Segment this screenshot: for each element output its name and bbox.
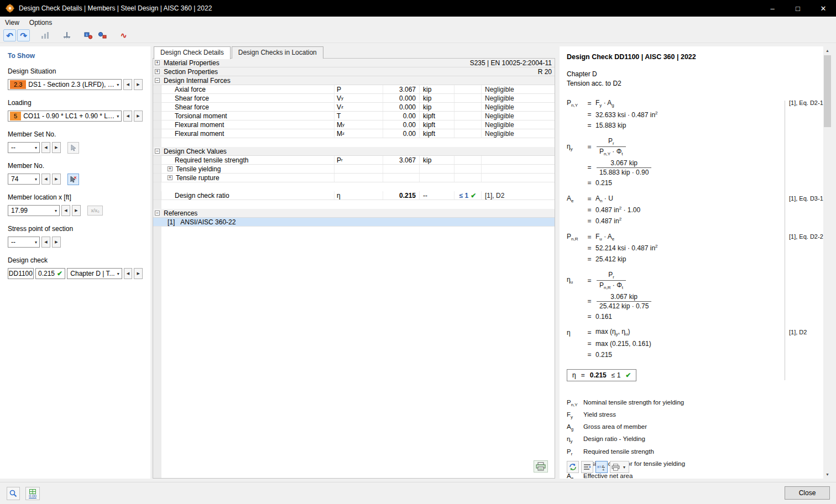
design-situation-prev-button[interactable]: ◀: [123, 79, 132, 90]
scroll-down-button[interactable]: ▼: [823, 470, 832, 479]
tab-design-checks-in-location[interactable]: Design Checks in Location: [232, 46, 323, 59]
member-location-next-button[interactable]: ▶: [72, 205, 81, 216]
menu-view[interactable]: View: [0, 18, 24, 28]
close-button[interactable]: Close: [785, 486, 830, 500]
loading-select[interactable]: 5 CO11 - 0.90 * LC1 + 0.90 * LC... ▾: [8, 111, 122, 122]
design-check-code: DD1100: [8, 268, 34, 279]
expand-icon[interactable]: +: [168, 175, 173, 180]
result-values-icon: 1: [84, 32, 93, 39]
table-group-row[interactable]: −References: [153, 209, 555, 218]
loading-group: Loading 5 CO11 - 0.90 * LC1 + 0.90 * LC.…: [8, 99, 143, 122]
member-location-select[interactable]: 17.99 ▾: [8, 205, 60, 216]
member-location-prev-button[interactable]: ◀: [61, 205, 70, 216]
result-value: 0.215: [590, 371, 607, 379]
stress-point-next-button[interactable]: ▶: [52, 237, 61, 248]
collapse-icon[interactable]: −: [155, 149, 160, 154]
chevron-down-icon[interactable]: ▾: [53, 208, 59, 213]
member-set-prev-button[interactable]: ◀: [41, 142, 50, 153]
collapse-icon[interactable]: −: [155, 78, 160, 83]
design-situation-select[interactable]: 2.3 DS1 - Section 2.3 (LRFD), 1. t... ▾: [8, 79, 122, 90]
member-no-select[interactable]: 74 ▾: [8, 174, 40, 185]
table-row[interactable]: +Tensile yielding: [153, 165, 555, 174]
formula-block: Ae=An · U=0.487 in2 · 1.00=0.487 in2[1],…: [567, 194, 821, 226]
maximize-button[interactable]: □: [785, 0, 811, 17]
member-no-value: 74: [9, 175, 33, 183]
loading-next-button[interactable]: ▶: [134, 111, 143, 122]
stress-point-prev-button[interactable]: ◀: [41, 237, 50, 248]
reference-row[interactable]: [1]ANSI/AISC 360-22: [153, 218, 555, 227]
svg-text:z: z: [602, 464, 604, 468]
formula-block: Pn,R=Fu · Ae=52.214 ksi · 0.487 in2=25.4…: [567, 232, 821, 264]
menu-options[interactable]: Options: [24, 18, 57, 28]
undo-button[interactable]: ↶: [3, 29, 16, 41]
table-row[interactable]: Shear forceVy0.000kipNegligible: [153, 94, 555, 103]
magnifier-icon: [9, 490, 17, 497]
table-row[interactable]: Flexural momentMz0.00kipftNegligible: [153, 129, 555, 138]
member-no-pick-button[interactable]: ✕: [67, 174, 79, 185]
table-group-row[interactable]: −Design Internal Forces: [153, 76, 555, 85]
relative-location-button[interactable]: x/x₀: [87, 206, 103, 216]
chevron-down-icon[interactable]: ▾: [115, 271, 122, 276]
table-row[interactable]: Axial forceP3.067kipNegligible: [153, 85, 555, 94]
bar-chart-icon: [41, 32, 50, 39]
table-group-row[interactable]: −Design Check Values: [153, 147, 555, 156]
design-check-chapter-select[interactable]: Chapter D | T... ▾: [67, 268, 122, 279]
chevron-down-icon[interactable]: ▾: [621, 465, 628, 470]
scrollbar-thumb[interactable]: [824, 55, 831, 127]
design-situation-next-button[interactable]: ▶: [134, 79, 143, 90]
load-values-button[interactable]: [96, 29, 108, 41]
member-set-next-button[interactable]: ▶: [52, 142, 61, 153]
tab-design-check-details[interactable]: Design Check Details: [154, 46, 231, 59]
member-set-select[interactable]: -- ▾: [8, 142, 40, 153]
expand-icon[interactable]: +: [155, 69, 160, 74]
table-row[interactable]: Shear forceVz0.000kipNegligible: [153, 103, 555, 112]
support-icon: [62, 32, 71, 39]
print-details-button[interactable]: ▾: [610, 461, 629, 473]
center-panel: Design Check Details Design Checks in Lo…: [153, 46, 555, 479]
minimize-button[interactable]: –: [760, 0, 785, 17]
expand-details-button[interactable]: [581, 461, 593, 473]
formula-icon: x= z 4: [597, 463, 606, 471]
table-row[interactable]: +Tensile rupture: [153, 174, 555, 182]
result-condition: ≤ 1: [612, 371, 621, 379]
collapse-icon[interactable]: −: [155, 211, 160, 216]
redo-button[interactable]: ↷: [17, 29, 30, 41]
chevron-down-icon[interactable]: ▾: [114, 82, 121, 87]
legend-item: Pn,YNominal tensile strength for yieldin…: [567, 399, 823, 407]
detail-list-icon: [583, 463, 591, 471]
refresh-results-button[interactable]: [567, 461, 579, 473]
decimal-grid-icon: [29, 489, 36, 494]
close-window-button[interactable]: ✕: [811, 0, 836, 17]
chevron-down-icon[interactable]: ▾: [33, 177, 39, 182]
design-check-prev-button[interactable]: ◀: [124, 268, 133, 279]
support-display-button[interactable]: [60, 29, 73, 41]
table-row[interactable]: Torsional momentT0.00kipftNegligible: [153, 112, 555, 120]
chevron-down-icon[interactable]: ▾: [114, 114, 121, 119]
expand-icon[interactable]: +: [155, 60, 160, 65]
chevron-down-icon[interactable]: ▾: [33, 145, 39, 150]
table-row[interactable]: Design check ratioη0.215--≤ 1✔[1], D2: [153, 191, 555, 200]
moment-diagram-button[interactable]: ∿: [117, 29, 130, 41]
show-formulas-button[interactable]: x= z 4: [595, 461, 608, 473]
table-row[interactable]: Flexural momentMy0.00kipftNegligible: [153, 120, 555, 129]
find-button[interactable]: [7, 487, 20, 500]
member-no-prev-button[interactable]: ◀: [41, 174, 50, 185]
redo-icon: ↷: [20, 32, 27, 40]
print-table-button[interactable]: [534, 460, 548, 473]
design-ratio-result: η = 0.215 ≤ 1 ✔: [567, 369, 636, 381]
loading-prev-button[interactable]: ◀: [123, 111, 132, 122]
chevron-down-icon[interactable]: ▾: [33, 240, 39, 245]
expand-icon[interactable]: +: [168, 166, 173, 171]
result-diagram-button[interactable]: [39, 29, 51, 41]
table-group-row[interactable]: +Material PropertiesS235 | EN 10025-2:20…: [153, 59, 555, 67]
member-no-next-button[interactable]: ▶: [52, 174, 61, 185]
result-values-button[interactable]: 1: [82, 29, 95, 41]
table-group-row[interactable]: +Section PropertiesR 20: [153, 67, 555, 76]
table-row[interactable]: Required tensile strengthPr3.067kip: [153, 156, 555, 165]
design-check-next-button[interactable]: ▶: [134, 268, 143, 279]
scroll-up-button[interactable]: ▲: [823, 46, 832, 55]
decimal-places-button[interactable]: 0.00: [25, 487, 40, 500]
vertical-scrollbar[interactable]: ▲ ▼: [823, 46, 832, 479]
stress-point-select[interactable]: -- ▾: [8, 237, 40, 248]
member-set-pick-button[interactable]: [67, 142, 79, 154]
